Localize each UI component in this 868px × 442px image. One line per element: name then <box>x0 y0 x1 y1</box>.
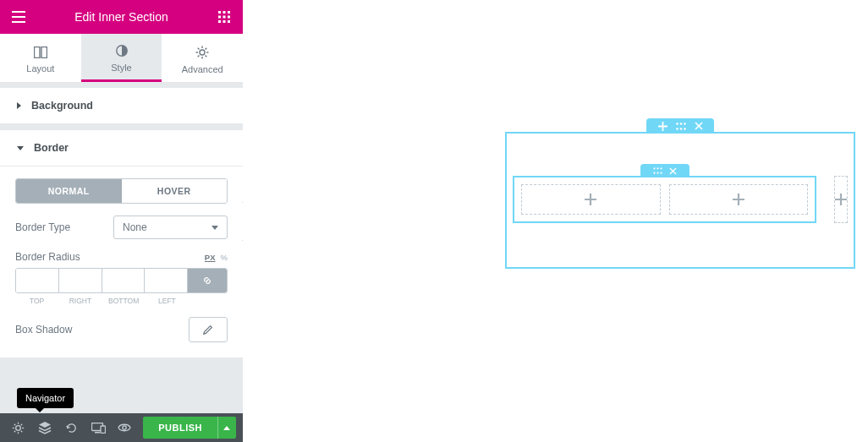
eye-icon <box>118 423 131 433</box>
navigator-button[interactable] <box>33 416 56 439</box>
state-hover[interactable]: HOVER <box>122 179 228 203</box>
section-label: Border <box>34 142 69 154</box>
delete-section-button[interactable] <box>669 167 677 175</box>
panel-header: Edit Inner Section <box>0 0 243 34</box>
svg-line-18 <box>206 55 207 57</box>
preview-button[interactable] <box>113 416 136 439</box>
radius-top-input[interactable] <box>16 269 59 292</box>
radius-left-input[interactable] <box>145 269 188 292</box>
radius-labels: TOP RIGHT BOTTOM LEFT <box>15 297 228 305</box>
svg-point-37 <box>676 128 678 130</box>
caret-down-icon <box>212 226 218 230</box>
svg-line-17 <box>198 47 200 49</box>
canvas[interactable] <box>243 0 868 442</box>
box-shadow-row: Box Shadow <box>15 317 228 342</box>
plus-icon <box>658 122 667 131</box>
svg-point-33 <box>123 426 126 429</box>
radius-bottom-input[interactable] <box>102 269 146 292</box>
svg-line-27 <box>21 430 22 431</box>
settings-button[interactable] <box>7 416 30 439</box>
svg-rect-5 <box>228 16 230 19</box>
tab-label: Layout <box>26 63 54 74</box>
svg-point-41 <box>656 167 658 169</box>
svg-point-12 <box>200 50 205 55</box>
svg-point-34 <box>676 123 678 125</box>
outer-section[interactable] <box>505 132 855 269</box>
section-label: Background <box>31 100 93 112</box>
svg-rect-3 <box>218 16 221 19</box>
svg-rect-32 <box>101 426 106 434</box>
side-bottom: BOTTOM <box>102 297 146 305</box>
style-icon <box>115 44 129 57</box>
publish-group: PUBLISH <box>143 417 236 439</box>
responsive-button[interactable] <box>86 416 109 439</box>
tab-style[interactable]: Style <box>81 34 162 82</box>
border-type-value: None <box>123 221 147 233</box>
svg-line-29 <box>14 430 15 431</box>
tab-advanced[interactable]: Advanced <box>162 34 243 82</box>
publish-options-button[interactable] <box>217 417 236 439</box>
outer-section-controls <box>646 118 714 134</box>
box-shadow-button[interactable] <box>189 317 228 342</box>
svg-rect-4 <box>222 16 225 19</box>
unit-percent[interactable]: % <box>221 253 228 262</box>
unit-switch[interactable]: PX % <box>205 253 228 262</box>
delete-section-button[interactable] <box>695 122 703 130</box>
close-icon <box>669 167 677 175</box>
svg-rect-8 <box>228 20 230 23</box>
svg-point-40 <box>653 167 655 169</box>
svg-point-43 <box>653 172 655 174</box>
section-background[interactable]: Background <box>0 87 243 124</box>
apps-icon[interactable] <box>216 8 233 25</box>
link-icon <box>201 275 213 286</box>
svg-line-28 <box>21 423 22 424</box>
tab-label: Advanced <box>182 64 223 74</box>
border-radius-row: Border Radius PX % <box>15 251 228 263</box>
link-values-button[interactable] <box>188 269 227 292</box>
history-button[interactable] <box>60 416 83 439</box>
svg-rect-10 <box>41 46 47 57</box>
gear-icon <box>12 422 25 434</box>
add-widget-column-right[interactable] <box>834 176 848 223</box>
tab-layout[interactable]: Layout <box>0 34 81 82</box>
plus-icon <box>733 194 744 205</box>
drag-section-handle[interactable] <box>653 167 662 174</box>
gear-icon <box>195 46 209 59</box>
panel-tabs: Layout Style Advanced <box>0 34 243 82</box>
add-widget-column-2[interactable] <box>669 184 809 215</box>
border-type-row: Border Type None <box>15 216 228 239</box>
grip-icon <box>653 167 662 174</box>
publish-button[interactable]: PUBLISH <box>143 417 217 439</box>
plus-icon <box>585 194 596 205</box>
svg-point-21 <box>16 425 21 430</box>
side-top: TOP <box>15 297 58 305</box>
inner-section[interactable] <box>513 176 816 223</box>
inner-columns <box>514 177 815 221</box>
svg-point-38 <box>679 128 682 130</box>
border-type-select[interactable]: None <box>113 216 228 239</box>
svg-rect-6 <box>218 20 221 23</box>
section-border[interactable]: Border <box>0 129 243 166</box>
layers-icon <box>38 422 52 434</box>
side-right: RIGHT <box>58 297 102 305</box>
inner-section-controls <box>640 164 689 177</box>
svg-rect-31 <box>95 432 100 434</box>
add-section-button[interactable] <box>658 122 667 131</box>
drag-section-handle[interactable] <box>676 123 686 130</box>
svg-line-26 <box>14 423 15 424</box>
svg-rect-0 <box>218 11 221 14</box>
layout-icon <box>34 46 47 58</box>
svg-line-20 <box>198 55 200 57</box>
state-normal[interactable]: NORMAL <box>16 179 122 203</box>
add-widget-column-1[interactable] <box>521 184 661 215</box>
svg-point-36 <box>684 123 686 125</box>
svg-rect-9 <box>34 46 40 57</box>
unit-px[interactable]: PX <box>205 253 216 262</box>
caret-down-icon <box>17 146 24 150</box>
svg-point-44 <box>656 172 658 174</box>
menu-icon[interactable] <box>10 8 27 25</box>
svg-point-39 <box>684 128 686 130</box>
tab-label: Style <box>111 63 131 73</box>
radius-right-input[interactable] <box>59 269 102 292</box>
box-shadow-label: Box Shadow <box>15 324 72 336</box>
